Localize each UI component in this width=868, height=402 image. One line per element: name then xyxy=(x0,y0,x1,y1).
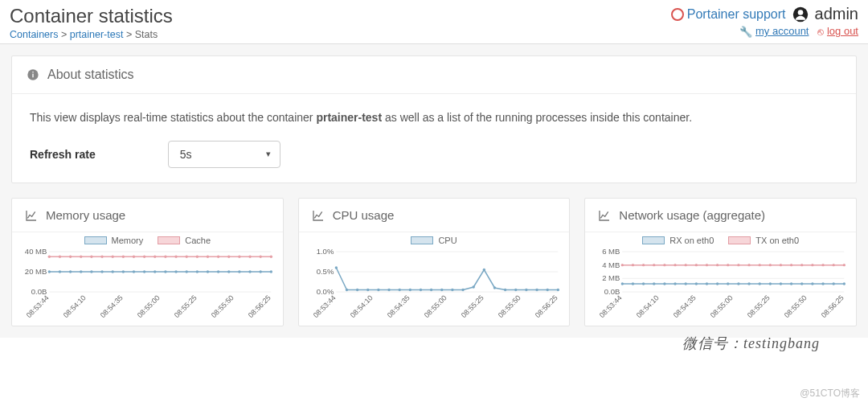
memory-usage-chart: 0.0B20 MB40 MB08:53:4408:54:1008:54:3508… xyxy=(17,248,278,321)
svg-point-86 xyxy=(525,289,527,291)
page-header: Container statistics Containers > prtain… xyxy=(0,0,868,42)
about-panel: About statistics This view displays real… xyxy=(11,55,857,183)
network-usage-card: Network usage (aggregate) RX on eth0 TX … xyxy=(584,198,857,326)
svg-text:0.5%: 0.5% xyxy=(316,267,334,276)
svg-point-34 xyxy=(59,256,61,258)
svg-point-88 xyxy=(546,289,548,291)
breadcrumb-containers[interactable]: Containers xyxy=(10,29,58,40)
content-area: About statistics This view displays real… xyxy=(0,44,868,338)
svg-point-114 xyxy=(716,283,719,285)
svg-point-85 xyxy=(514,289,517,291)
memory-legend: Memory Cache xyxy=(17,236,278,245)
svg-point-120 xyxy=(780,283,782,285)
svg-point-113 xyxy=(706,283,708,285)
svg-point-122 xyxy=(800,283,803,285)
svg-point-147 xyxy=(833,264,835,266)
svg-point-33 xyxy=(48,256,51,258)
svg-point-135 xyxy=(706,264,708,266)
network-legend: RX on eth0 TX on eth0 xyxy=(590,236,851,245)
svg-point-16 xyxy=(100,271,103,273)
svg-point-44 xyxy=(164,256,166,258)
svg-point-133 xyxy=(685,264,687,266)
svg-point-72 xyxy=(377,289,379,291)
svg-point-105 xyxy=(621,283,624,285)
svg-text:6 MB: 6 MB xyxy=(602,248,620,256)
svg-point-78 xyxy=(440,289,443,291)
swatch-pink-icon xyxy=(728,236,751,244)
svg-point-1 xyxy=(797,10,803,15)
svg-point-74 xyxy=(398,289,400,291)
chart-icon xyxy=(598,209,611,222)
svg-point-130 xyxy=(653,264,655,266)
svg-point-107 xyxy=(642,283,645,285)
swatch-blue-icon xyxy=(411,236,433,244)
svg-point-112 xyxy=(695,283,698,285)
svg-point-31 xyxy=(259,271,261,273)
svg-point-80 xyxy=(461,289,464,291)
svg-text:2 MB: 2 MB xyxy=(602,274,620,283)
svg-point-75 xyxy=(408,289,411,291)
svg-point-41 xyxy=(133,256,135,258)
svg-point-50 xyxy=(227,256,230,258)
svg-point-39 xyxy=(111,256,113,258)
svg-point-20 xyxy=(143,271,145,273)
svg-text:08:55:25: 08:55:25 xyxy=(173,294,199,320)
svg-text:20 MB: 20 MB xyxy=(25,267,47,276)
svg-point-28 xyxy=(227,271,230,273)
svg-point-51 xyxy=(238,256,240,258)
network-usage-title: Network usage (aggregate) xyxy=(619,208,765,222)
svg-text:08:55:25: 08:55:25 xyxy=(746,294,772,320)
svg-point-42 xyxy=(143,256,145,258)
svg-point-73 xyxy=(387,289,390,291)
svg-point-124 xyxy=(822,283,825,285)
svg-text:08:55:50: 08:55:50 xyxy=(210,294,235,320)
info-icon xyxy=(27,68,39,81)
wrench-icon: 🔧 xyxy=(739,26,752,38)
svg-point-29 xyxy=(238,271,240,273)
svg-point-18 xyxy=(122,271,125,273)
svg-point-126 xyxy=(843,283,845,285)
svg-point-137 xyxy=(727,264,729,266)
svg-point-47 xyxy=(196,256,199,258)
svg-text:08:55:50: 08:55:50 xyxy=(783,294,809,320)
refresh-rate-select[interactable]: 5s xyxy=(168,141,280,168)
svg-point-148 xyxy=(843,264,845,266)
svg-text:08:56:25: 08:56:25 xyxy=(820,294,845,320)
log-out-link[interactable]: log out xyxy=(827,25,858,37)
username-label: admin xyxy=(815,5,858,23)
svg-text:08:54:10: 08:54:10 xyxy=(62,294,88,320)
svg-point-123 xyxy=(812,283,814,285)
svg-point-145 xyxy=(812,264,814,266)
svg-point-30 xyxy=(248,271,251,273)
svg-point-22 xyxy=(164,271,166,273)
my-account-link[interactable]: my account xyxy=(755,25,809,37)
svg-point-11 xyxy=(48,271,51,273)
svg-point-26 xyxy=(207,271,209,273)
life-ring-icon xyxy=(671,8,684,21)
portainer-support-link[interactable]: Portainer support xyxy=(671,7,786,22)
svg-point-54 xyxy=(270,256,272,258)
svg-text:08:55:00: 08:55:00 xyxy=(423,294,448,320)
chart-icon xyxy=(25,209,38,222)
svg-point-142 xyxy=(780,264,782,266)
svg-point-83 xyxy=(493,287,495,289)
about-description: This view displays real-time statistics … xyxy=(30,109,838,126)
svg-point-76 xyxy=(419,289,421,291)
breadcrumb-container-name[interactable]: prtainer-test xyxy=(70,29,124,40)
svg-point-25 xyxy=(196,271,199,273)
svg-point-119 xyxy=(769,283,772,285)
svg-point-77 xyxy=(430,289,432,291)
svg-text:08:55:00: 08:55:00 xyxy=(709,294,735,320)
svg-point-79 xyxy=(451,289,453,291)
svg-point-17 xyxy=(111,271,113,273)
svg-point-116 xyxy=(738,283,740,285)
svg-point-140 xyxy=(759,264,761,266)
network-usage-chart: 0.0B2 MB4 MB6 MB08:53:4408:54:1008:54:35… xyxy=(590,248,851,321)
swatch-pink-icon xyxy=(158,236,180,244)
svg-point-69 xyxy=(345,289,347,291)
svg-point-27 xyxy=(217,271,219,273)
svg-point-141 xyxy=(769,264,772,266)
svg-point-127 xyxy=(621,264,624,266)
breadcrumb-current: Stats xyxy=(135,29,158,40)
swatch-blue-icon xyxy=(84,236,107,244)
